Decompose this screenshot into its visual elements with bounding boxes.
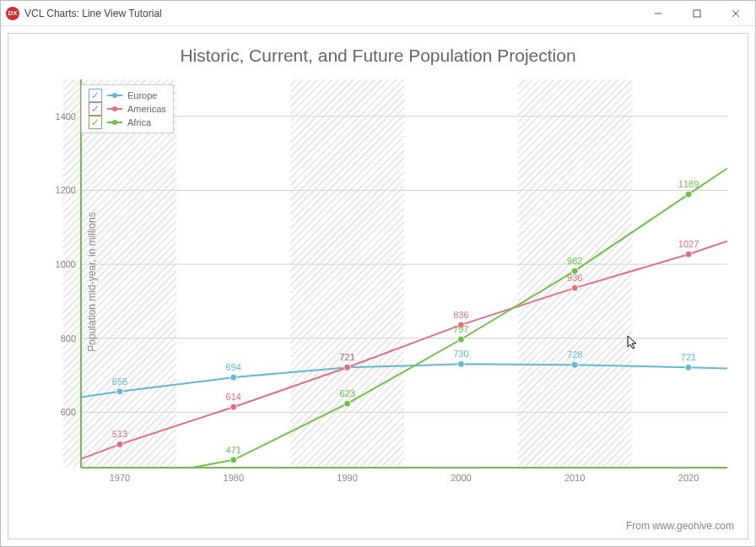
legend-line-icon bbox=[107, 122, 122, 123]
chart-legend[interactable]: ✓ Europe ✓ Americas ✓ Africa bbox=[81, 84, 174, 133]
legend-label: Americas bbox=[127, 104, 166, 114]
chart-frame: Historic, Current, and Future Population… bbox=[8, 33, 748, 539]
series-point[interactable] bbox=[116, 441, 123, 447]
series-point[interactable] bbox=[571, 268, 578, 274]
legend-line-icon bbox=[107, 108, 122, 110]
x-tick-label: 2020 bbox=[678, 473, 699, 483]
app-window: DX VCL Charts: Line View Tutorial Histor… bbox=[0, 0, 756, 547]
series-point[interactable] bbox=[344, 364, 351, 371]
point-label: 728 bbox=[567, 349, 582, 360]
point-label: 656 bbox=[112, 376, 127, 387]
point-label: 471 bbox=[226, 445, 241, 455]
point-label: 730 bbox=[453, 349, 468, 359]
legend-label: Africa bbox=[127, 117, 151, 127]
point-label: 836 bbox=[453, 310, 468, 320]
y-axis-label: Population mid-year, in millions bbox=[86, 212, 98, 351]
point-label: 694 bbox=[226, 362, 241, 372]
svg-rect-6 bbox=[63, 79, 177, 468]
point-label: 1189 bbox=[678, 179, 699, 189]
window-title: VCL Charts: Line View Tutorial bbox=[24, 8, 639, 19]
point-label: 614 bbox=[226, 392, 241, 402]
y-tick-label: 1200 bbox=[56, 185, 76, 195]
series-point[interactable] bbox=[457, 360, 464, 367]
x-tick-label: 2010 bbox=[564, 473, 585, 483]
minimize-icon bbox=[654, 9, 662, 18]
series-point[interactable] bbox=[457, 336, 464, 343]
y-tick-label: 1400 bbox=[56, 111, 76, 122]
series-point[interactable] bbox=[685, 191, 692, 198]
point-label: 1027 bbox=[678, 239, 699, 249]
point-label: 721 bbox=[339, 352, 354, 362]
series-point[interactable] bbox=[571, 284, 578, 291]
maximize-icon bbox=[693, 9, 701, 18]
svg-rect-7 bbox=[290, 79, 404, 468]
point-label: 797 bbox=[453, 324, 468, 334]
y-tick-label: 800 bbox=[61, 333, 76, 344]
point-label: 623 bbox=[339, 388, 354, 398]
chart-source-text: From www.geohive.com bbox=[626, 520, 734, 532]
chart-title: Historic, Current, and Future Population… bbox=[8, 46, 748, 66]
series-point[interactable] bbox=[116, 388, 123, 395]
series-point[interactable] bbox=[230, 457, 237, 463]
legend-check-icon: ✓ bbox=[89, 89, 102, 102]
legend-line-icon bbox=[107, 95, 122, 96]
chart-svg[interactable]: 6008001000120014001970198019902000201020… bbox=[56, 76, 732, 488]
close-icon bbox=[732, 9, 740, 18]
series-point[interactable] bbox=[685, 364, 692, 371]
legend-check-icon: ✓ bbox=[89, 116, 102, 129]
chart-plot-area[interactable]: Population mid-year, in millions ✓ Europ… bbox=[56, 76, 732, 488]
x-tick-label: 1970 bbox=[110, 473, 130, 483]
app-icon: DX bbox=[6, 7, 19, 20]
point-label: 721 bbox=[681, 352, 696, 362]
x-tick-label: 1990 bbox=[337, 473, 357, 483]
legend-item-africa[interactable]: ✓ Africa bbox=[89, 116, 166, 129]
series-point[interactable] bbox=[230, 374, 237, 381]
svg-rect-1 bbox=[694, 10, 700, 17]
window-controls bbox=[639, 1, 755, 25]
series-point[interactable] bbox=[344, 400, 351, 407]
legend-check-icon: ✓ bbox=[89, 102, 102, 116]
series-point[interactable] bbox=[230, 403, 237, 410]
legend-label: Europe bbox=[127, 90, 157, 100]
close-button[interactable] bbox=[716, 1, 755, 25]
x-tick-label: 1980 bbox=[224, 473, 244, 483]
point-label: 513 bbox=[112, 429, 127, 439]
y-tick-label: 1000 bbox=[56, 259, 76, 269]
legend-item-americas[interactable]: ✓ Americas bbox=[89, 102, 166, 116]
maximize-button[interactable] bbox=[678, 1, 716, 25]
series-point[interactable] bbox=[685, 251, 692, 257]
titlebar[interactable]: DX VCL Charts: Line View Tutorial bbox=[1, 1, 755, 26]
minimize-button[interactable] bbox=[639, 1, 678, 25]
series-point[interactable] bbox=[571, 361, 578, 368]
y-tick-label: 600 bbox=[61, 407, 76, 417]
x-tick-label: 2000 bbox=[451, 473, 471, 483]
legend-item-europe[interactable]: ✓ Europe bbox=[89, 89, 166, 102]
point-label: 982 bbox=[567, 256, 582, 266]
